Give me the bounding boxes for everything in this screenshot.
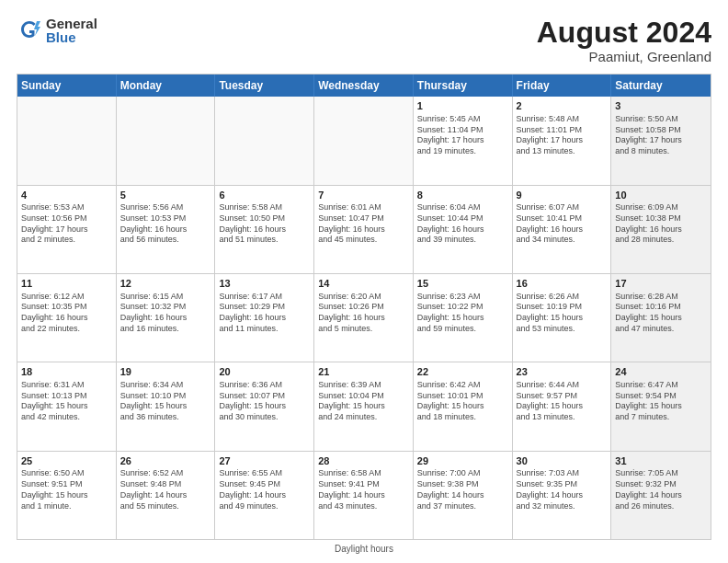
cell-0-1 — [117, 97, 216, 184]
day-num-4-1: 26 — [120, 454, 211, 468]
cell-info-3-1: Sunrise: 6:34 AM Sunset: 10:10 PM Daylig… — [120, 380, 211, 423]
cell-2-2: 13Sunrise: 6:17 AM Sunset: 10:29 PM Dayl… — [215, 274, 314, 362]
day-num-3-4: 22 — [417, 365, 508, 379]
cell-info-1-1: Sunrise: 5:56 AM Sunset: 10:53 PM Daylig… — [120, 202, 211, 246]
cell-info-4-6: Sunrise: 7:05 AM Sunset: 9:32 PM Dayligh… — [615, 468, 707, 511]
footer-note: Daylight hours — [17, 544, 711, 554]
cell-2-3: 14Sunrise: 6:20 AM Sunset: 10:26 PM Dayl… — [314, 274, 414, 362]
month-title: August 2024 — [537, 17, 711, 49]
day-num-4-5: 30 — [517, 454, 608, 468]
cell-info-4-0: Sunrise: 6:50 AM Sunset: 9:51 PM Dayligh… — [21, 468, 112, 511]
cell-info-3-0: Sunrise: 6:31 AM Sunset: 10:13 PM Daylig… — [21, 380, 112, 423]
calendar-header-row: SundayMondayTuesdayWednesdayThursdayFrid… — [17, 75, 711, 97]
cell-3-4: 22Sunrise: 6:42 AM Sunset: 10:01 PM Dayl… — [414, 362, 513, 450]
cell-3-3: 21Sunrise: 6:39 AM Sunset: 10:04 PM Dayl… — [314, 362, 414, 450]
cell-0-6: 3Sunrise: 5:50 AM Sunset: 10:58 PM Dayli… — [611, 97, 711, 184]
header-day-1: Monday — [117, 75, 216, 97]
cell-4-2: 27Sunrise: 6:55 AM Sunset: 9:45 PM Dayli… — [215, 452, 314, 539]
cell-info-1-2: Sunrise: 5:58 AM Sunset: 10:50 PM Daylig… — [219, 202, 310, 246]
logo-general: General — [46, 17, 97, 30]
cell-1-6: 10Sunrise: 6:09 AM Sunset: 10:38 PM Dayl… — [611, 186, 711, 273]
cell-2-4: 15Sunrise: 6:23 AM Sunset: 10:22 PM Dayl… — [414, 274, 513, 362]
day-num-1-6: 10 — [615, 189, 707, 202]
page: General Blue August 2024 Paamiut, Greenl… — [0, 0, 728, 563]
cell-info-3-6: Sunrise: 6:47 AM Sunset: 9:54 PM Dayligh… — [615, 380, 707, 423]
cell-info-4-4: Sunrise: 7:00 AM Sunset: 9:38 PM Dayligh… — [417, 468, 508, 511]
cell-info-0-6: Sunrise: 5:50 AM Sunset: 10:58 PM Daylig… — [615, 114, 707, 157]
location: Paamiut, Greenland — [537, 49, 711, 64]
cell-info-1-0: Sunrise: 5:53 AM Sunset: 10:56 PM Daylig… — [21, 202, 112, 246]
title-block: August 2024 Paamiut, Greenland — [537, 17, 711, 64]
header-day-3: Wednesday — [314, 75, 414, 97]
cell-info-1-4: Sunrise: 6:04 AM Sunset: 10:44 PM Daylig… — [417, 202, 508, 246]
week-row-1: 4Sunrise: 5:53 AM Sunset: 10:56 PM Dayli… — [17, 185, 711, 273]
day-num-2-1: 12 — [120, 277, 211, 291]
logo-text: General Blue — [46, 17, 97, 44]
cell-info-4-5: Sunrise: 7:03 AM Sunset: 9:35 PM Dayligh… — [517, 468, 608, 511]
day-num-3-2: 20 — [219, 365, 310, 379]
day-num-2-0: 11 — [21, 277, 112, 291]
day-num-2-4: 15 — [417, 277, 508, 291]
logo-icon — [17, 17, 42, 43]
cell-0-3 — [314, 97, 414, 184]
day-num-2-5: 16 — [517, 277, 608, 291]
logo-blue: Blue — [46, 30, 97, 44]
day-num-3-3: 21 — [318, 365, 409, 379]
cell-4-6: 31Sunrise: 7:05 AM Sunset: 9:32 PM Dayli… — [611, 452, 711, 539]
cell-1-4: 8Sunrise: 6:04 AM Sunset: 10:44 PM Dayli… — [414, 186, 513, 273]
cell-1-5: 9Sunrise: 6:07 AM Sunset: 10:41 PM Dayli… — [513, 186, 612, 273]
day-num-2-3: 14 — [318, 277, 409, 291]
header-day-5: Friday — [513, 75, 612, 97]
day-num-1-1: 5 — [120, 189, 211, 202]
cell-info-2-3: Sunrise: 6:20 AM Sunset: 10:26 PM Daylig… — [318, 292, 409, 335]
week-row-2: 11Sunrise: 6:12 AM Sunset: 10:35 PM Dayl… — [17, 273, 711, 362]
day-num-4-3: 28 — [318, 454, 409, 468]
day-num-3-0: 18 — [21, 365, 112, 379]
cell-1-2: 6Sunrise: 5:58 AM Sunset: 10:50 PM Dayli… — [215, 186, 314, 273]
cell-4-4: 29Sunrise: 7:00 AM Sunset: 9:38 PM Dayli… — [414, 452, 513, 539]
cell-1-1: 5Sunrise: 5:56 AM Sunset: 10:53 PM Dayli… — [117, 186, 216, 273]
day-num-3-6: 24 — [615, 365, 707, 379]
cell-info-2-2: Sunrise: 6:17 AM Sunset: 10:29 PM Daylig… — [219, 292, 310, 335]
day-num-1-4: 8 — [417, 189, 508, 202]
cell-info-2-1: Sunrise: 6:15 AM Sunset: 10:32 PM Daylig… — [120, 292, 211, 335]
cell-info-3-5: Sunrise: 6:44 AM Sunset: 9:57 PM Dayligh… — [517, 380, 608, 423]
cell-info-2-0: Sunrise: 6:12 AM Sunset: 10:35 PM Daylig… — [21, 292, 112, 335]
cell-info-1-3: Sunrise: 6:01 AM Sunset: 10:47 PM Daylig… — [318, 202, 409, 246]
cell-3-2: 20Sunrise: 6:36 AM Sunset: 10:07 PM Dayl… — [215, 362, 314, 450]
cell-2-5: 16Sunrise: 6:26 AM Sunset: 10:19 PM Dayl… — [513, 274, 612, 362]
day-num-0-6: 3 — [615, 99, 707, 113]
cell-info-3-4: Sunrise: 6:42 AM Sunset: 10:01 PM Daylig… — [417, 380, 508, 423]
header-day-2: Tuesday — [215, 75, 314, 97]
cell-1-3: 7Sunrise: 6:01 AM Sunset: 10:47 PM Dayli… — [314, 186, 414, 273]
day-num-3-5: 23 — [517, 365, 608, 379]
day-num-4-4: 29 — [417, 454, 508, 468]
day-num-1-0: 4 — [21, 189, 112, 202]
cell-info-1-5: Sunrise: 6:07 AM Sunset: 10:41 PM Daylig… — [517, 202, 608, 246]
cell-0-4: 1Sunrise: 5:45 AM Sunset: 11:04 PM Dayli… — [414, 97, 513, 184]
cell-0-0 — [17, 97, 117, 184]
cell-4-3: 28Sunrise: 6:58 AM Sunset: 9:41 PM Dayli… — [314, 452, 414, 539]
week-row-4: 25Sunrise: 6:50 AM Sunset: 9:51 PM Dayli… — [17, 451, 711, 539]
cell-0-2 — [215, 97, 314, 184]
header-day-0: Sunday — [17, 75, 117, 97]
day-num-3-1: 19 — [120, 365, 211, 379]
cell-info-4-3: Sunrise: 6:58 AM Sunset: 9:41 PM Dayligh… — [318, 468, 409, 511]
cell-info-4-1: Sunrise: 6:52 AM Sunset: 9:48 PM Dayligh… — [120, 468, 211, 511]
cell-info-1-6: Sunrise: 6:09 AM Sunset: 10:38 PM Daylig… — [615, 202, 707, 246]
cell-3-0: 18Sunrise: 6:31 AM Sunset: 10:13 PM Dayl… — [17, 362, 117, 450]
cell-4-1: 26Sunrise: 6:52 AM Sunset: 9:48 PM Dayli… — [117, 452, 216, 539]
cell-info-2-6: Sunrise: 6:28 AM Sunset: 10:16 PM Daylig… — [615, 292, 707, 335]
day-num-2-2: 13 — [219, 277, 310, 291]
day-num-0-4: 1 — [417, 99, 508, 113]
cell-2-0: 11Sunrise: 6:12 AM Sunset: 10:35 PM Dayl… — [17, 274, 117, 362]
cell-info-3-3: Sunrise: 6:39 AM Sunset: 10:04 PM Daylig… — [318, 380, 409, 423]
header-day-6: Saturday — [611, 75, 711, 97]
cell-3-6: 24Sunrise: 6:47 AM Sunset: 9:54 PM Dayli… — [611, 362, 711, 450]
cell-4-5: 30Sunrise: 7:03 AM Sunset: 9:35 PM Dayli… — [513, 452, 612, 539]
cell-2-6: 17Sunrise: 6:28 AM Sunset: 10:16 PM Dayl… — [611, 274, 711, 362]
day-num-1-2: 6 — [219, 189, 310, 202]
day-num-1-3: 7 — [318, 189, 409, 202]
header-day-4: Thursday — [414, 75, 513, 97]
header: General Blue August 2024 Paamiut, Greenl… — [17, 17, 711, 64]
